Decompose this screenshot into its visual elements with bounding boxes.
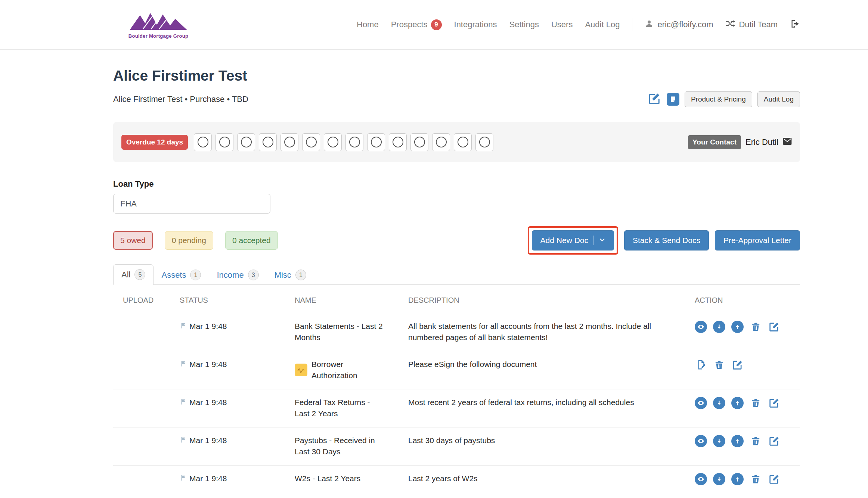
nav-home[interactable]: Home (357, 20, 379, 29)
milestone-checkbox[interactable] (194, 133, 212, 151)
doc-description: All bank statements for all accounts fro… (408, 313, 695, 351)
milestone-circle-icon (414, 137, 425, 147)
doc-name: Bank Statements - Last 2 Months (295, 313, 408, 351)
upload-cell (123, 313, 180, 351)
download-icon[interactable] (713, 397, 725, 409)
status-flag-icon (180, 473, 186, 484)
tab-misc[interactable]: Misc 1 (267, 265, 314, 285)
milestone-checkbox[interactable] (367, 133, 385, 151)
edit-icon[interactable] (768, 473, 780, 485)
main-nav: Home Prospects9 Integrations Settings Us… (357, 18, 800, 31)
edit-icon[interactable] (731, 359, 744, 371)
sign-out-icon[interactable] (790, 19, 800, 31)
view-icon[interactable] (695, 435, 707, 447)
upload-icon[interactable] (731, 321, 744, 333)
edit-icon[interactable] (768, 435, 780, 447)
status-cell: Mar 1 9:48 (180, 313, 295, 351)
milestone-checkbox[interactable] (216, 133, 233, 151)
milestone-checkpoints (194, 133, 493, 151)
delete-icon[interactable] (750, 435, 762, 447)
download-icon[interactable] (713, 435, 725, 447)
upload-cell (123, 427, 180, 465)
milestone-checkbox[interactable] (345, 133, 363, 151)
loan-type-input[interactable] (113, 194, 270, 214)
shuffle-icon (725, 19, 735, 31)
milestone-checkbox[interactable] (237, 133, 255, 151)
upload-icon[interactable] (731, 397, 744, 409)
view-icon[interactable] (695, 321, 707, 333)
doc-name-text: Borrower Authorization (311, 359, 383, 382)
nav-users[interactable]: Users (551, 20, 573, 29)
tab-assets[interactable]: Assets 1 (154, 265, 209, 285)
tab-all[interactable]: All 5 (113, 264, 154, 285)
audit-log-button[interactable]: Audit Log (757, 91, 800, 107)
upload-icon[interactable] (731, 473, 744, 485)
edit-icon[interactable] (768, 321, 780, 333)
milestone-circle-icon (198, 137, 208, 147)
view-icon[interactable] (695, 397, 707, 409)
status-flag-icon (180, 359, 186, 370)
account-menu[interactable]: eric@floify.com (645, 19, 713, 30)
col-name: NAME (295, 285, 408, 313)
logo-text: Boulder Mortgage Group (128, 33, 188, 39)
view-icon[interactable] (695, 473, 707, 485)
team-switcher[interactable]: Dutil Team (725, 19, 778, 31)
status-flag-icon (180, 397, 186, 408)
nav-prospects-label: Prospects (391, 20, 428, 29)
milestone-checkbox[interactable] (259, 133, 277, 151)
milestone-checkbox[interactable] (410, 133, 428, 151)
edit-icon[interactable] (768, 397, 780, 409)
milestone-checkbox[interactable] (324, 133, 342, 151)
nav-prospects[interactable]: Prospects9 (391, 19, 442, 30)
milestone-circle-icon (306, 137, 317, 147)
stack-send-docs-button[interactable]: Stack & Send Docs (624, 230, 709, 250)
contact-name: Eric Dutil (745, 137, 778, 147)
team-name: Dutil Team (739, 20, 778, 29)
accepted-count-badge: 0 accepted (225, 231, 278, 250)
milestone-circle-icon (436, 137, 447, 147)
delete-icon[interactable] (750, 397, 762, 409)
nav-integrations[interactable]: Integrations (454, 20, 497, 29)
milestone-checkbox[interactable] (389, 133, 407, 151)
upload-cell (123, 351, 180, 389)
status-flag-icon (180, 321, 186, 332)
delete-icon[interactable] (750, 321, 762, 333)
table-row: Mar 1 9:48 Federal Tax Returns - Last 2 … (113, 389, 800, 427)
nav-audit-log[interactable]: Audit Log (585, 20, 620, 29)
status-date: Mar 1 9:48 (189, 397, 227, 408)
status-date: Mar 1 9:48 (189, 473, 227, 484)
tab-income[interactable]: Income 3 (209, 265, 266, 285)
edit-flow-icon[interactable] (648, 92, 661, 107)
tab-misc-count: 1 (295, 270, 306, 280)
status-cell: Mar 1 9:48 (180, 466, 295, 493)
notes-icon[interactable] (667, 93, 679, 106)
upload-icon[interactable] (731, 435, 744, 447)
nav-settings[interactable]: Settings (509, 20, 539, 29)
doc-category-tabs: All 5 Assets 1 Income 3 Misc 1 (113, 264, 800, 285)
milestone-circle-icon (458, 137, 468, 147)
tab-assets-label: Assets (161, 270, 186, 280)
upload-cell (123, 466, 180, 493)
product-pricing-button[interactable]: Product & Pricing (685, 91, 752, 107)
doc-description: Please eSign the following document (408, 351, 695, 389)
milestone-checkbox[interactable] (432, 133, 450, 151)
preapproval-letter-button[interactable]: Pre-Approval Letter (715, 230, 800, 250)
download-icon[interactable] (713, 321, 725, 333)
add-new-doc-button[interactable]: Add New Doc (532, 230, 614, 250)
milestone-checkbox[interactable] (280, 133, 298, 151)
sign-doc-icon[interactable] (695, 359, 707, 371)
doc-name: Federal Tax Returns - Last 2 Years (295, 389, 408, 427)
table-header: UPLOAD STATUS NAME DESCRIPTION ACTION (113, 285, 800, 313)
user-email: eric@floify.com (657, 20, 713, 29)
download-icon[interactable] (713, 473, 725, 485)
your-contact-badge: Your Contact (688, 135, 741, 149)
logo[interactable]: Boulder Mortgage Group (128, 11, 189, 39)
milestone-checkbox[interactable] (475, 133, 493, 151)
milestone-checkbox[interactable] (454, 133, 472, 151)
envelope-icon[interactable] (783, 138, 792, 146)
row-actions (695, 389, 800, 427)
status-cell: Mar 1 9:48 (180, 389, 295, 427)
delete-icon[interactable] (750, 473, 762, 485)
milestone-checkbox[interactable] (302, 133, 320, 151)
delete-icon[interactable] (713, 359, 725, 371)
